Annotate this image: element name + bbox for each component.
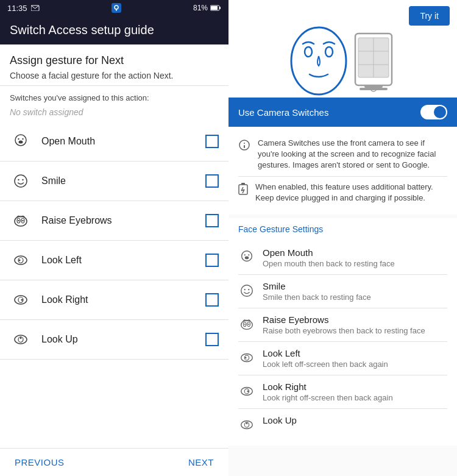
message-icon [31, 5, 40, 11]
gesture-item-look-right[interactable]: Look Right [0, 280, 228, 320]
app-bar: Switch Access setup guide [0, 16, 228, 44]
battery-info-text: When enabled, this feature uses addition… [255, 182, 447, 204]
settings-eyebrows-subtitle: Raise both eyebrows then back to resting… [263, 326, 447, 335]
settings-smile-icon [238, 282, 255, 299]
svg-point-50 [245, 257, 249, 260]
eyebrows-label: Raise Eyebrows [41, 215, 205, 226]
svg-point-27 [20, 337, 22, 339]
status-bar: 11:35 81% [0, 0, 228, 16]
svg-point-13 [22, 179, 23, 180]
look-right-icon [10, 289, 32, 311]
settings-look-up-title: Look Up [263, 415, 447, 425]
right-panel: Try it [228, 0, 457, 476]
settings-look-right-title: Look Right [263, 382, 447, 392]
svg-point-11 [15, 175, 27, 187]
svg-point-48 [244, 254, 246, 255]
content-area: Assign gesture for Next Choose a facial … [0, 44, 228, 476]
open-mouth-checkbox[interactable] [205, 135, 219, 148]
battery-bar-icon [210, 5, 221, 11]
open-mouth-icon [10, 130, 32, 152]
svg-point-17 [18, 220, 19, 221]
smile-icon [10, 170, 32, 192]
app-icon [110, 2, 122, 14]
info-section: Camera Switches use the front camera to … [228, 127, 457, 215]
svg-rect-38 [360, 88, 388, 90]
status-bar-left: 11:35 [7, 4, 40, 13]
gesture-list: Open Mouth Smile [0, 122, 228, 448]
settings-smile-title: Smile [263, 281, 447, 291]
settings-item-look-up[interactable]: Look Up [238, 409, 447, 439]
svg-point-58 [248, 324, 249, 325]
gesture-item-look-left[interactable]: Look Left [0, 241, 228, 280]
settings-eyebrows-text: Raise Eyebrows Raise both eyebrows then … [263, 314, 447, 335]
settings-item-look-left[interactable]: Look Left Look left off-screen then back… [238, 342, 447, 375]
svg-point-21 [19, 260, 21, 261]
svg-point-7 [15, 135, 26, 146]
camera-info-text: Camera Switches use the front camera to … [258, 138, 447, 171]
app-icon-area [110, 2, 122, 14]
svg-point-54 [241, 320, 253, 329]
svg-point-14 [15, 216, 27, 226]
battery-text: 81% [193, 4, 208, 12]
svg-point-9 [22, 138, 23, 140]
look-up-checkbox[interactable] [205, 333, 219, 346]
settings-look-up-icon [238, 416, 255, 433]
toggle-knob [434, 106, 446, 118]
camera-switch-toggle[interactable] [420, 105, 447, 119]
info-row-camera: Camera Switches use the front camera to … [238, 133, 447, 177]
previous-button[interactable]: Previous [15, 457, 65, 467]
svg-point-12 [18, 179, 19, 180]
smile-checkbox[interactable] [205, 174, 219, 188]
smile-label: Smile [41, 176, 205, 186]
app-title: Switch Access setup guide [10, 23, 154, 37]
svg-point-57 [244, 324, 246, 325]
svg-point-61 [245, 357, 247, 359]
svg-point-10 [19, 141, 23, 144]
settings-item-open-mouth[interactable]: Open Mouth Open mouth then back to resti… [238, 241, 447, 275]
svg-point-52 [244, 289, 246, 290]
svg-point-64 [247, 391, 249, 393]
camera-switch-bar: Use Camera Switches [228, 98, 457, 127]
settings-smile-subtitle: Smile then back to resting face [263, 293, 447, 302]
switches-label: Switches you've assigned to this action: [10, 93, 219, 102]
look-left-icon [10, 249, 32, 271]
gesture-item-look-up[interactable]: Look Up [0, 320, 228, 360]
svg-point-18 [22, 220, 23, 221]
settings-look-up-text: Look Up [263, 415, 447, 427]
left-panel: 11:35 81% Switch Access setup guide [0, 0, 228, 476]
eyebrows-checkbox[interactable] [205, 214, 219, 227]
settings-look-left-text: Look Left Look left off-screen then back… [263, 348, 447, 369]
settings-look-left-subtitle: Look left off-screen then back again [263, 360, 447, 369]
status-bar-right: 81% [193, 4, 221, 12]
svg-point-67 [246, 422, 248, 424]
look-up-label: Look Up [41, 334, 205, 345]
look-right-checkbox[interactable] [205, 293, 219, 307]
gesture-item-smile[interactable]: Smile [0, 162, 228, 201]
gesture-item-raise-eyebrows[interactable]: Raise Eyebrows [0, 201, 228, 241]
svg-rect-1 [112, 3, 121, 13]
next-button[interactable]: Next [188, 457, 214, 467]
look-up-icon [10, 329, 32, 350]
settings-item-raise-eyebrows[interactable]: Raise Eyebrows Raise both eyebrows then … [238, 308, 447, 342]
settings-item-smile[interactable]: Smile Smile then back to resting face [238, 275, 447, 308]
settings-title: Face Gesture Settings [238, 224, 447, 236]
svg-rect-5 [211, 6, 218, 10]
assign-section: Assign gesture for Next Choose a facial … [0, 44, 228, 86]
info-row-battery: When enabled, this feature uses addition… [238, 177, 447, 208]
try-it-button[interactable]: Try it [409, 6, 450, 26]
svg-rect-41 [244, 145, 245, 148]
settings-look-right-icon [238, 383, 255, 400]
svg-rect-43 [241, 183, 245, 185]
svg-rect-6 [219, 7, 221, 9]
time: 11:35 [7, 4, 27, 13]
settings-item-look-right[interactable]: Look Right Look right off-screen then ba… [238, 375, 447, 409]
settings-open-mouth-icon [238, 249, 255, 266]
assign-title: Assign gesture for Next [10, 54, 219, 67]
look-left-checkbox[interactable] [205, 254, 219, 267]
eyebrows-icon [10, 210, 32, 232]
gesture-item-open-mouth[interactable]: Open Mouth [0, 122, 228, 162]
look-right-label: Look Right [41, 294, 205, 305]
camera-info-icon [238, 139, 250, 154]
settings-open-mouth-text: Open Mouth Open mouth then back to resti… [263, 247, 447, 268]
svg-point-28 [291, 27, 346, 94]
